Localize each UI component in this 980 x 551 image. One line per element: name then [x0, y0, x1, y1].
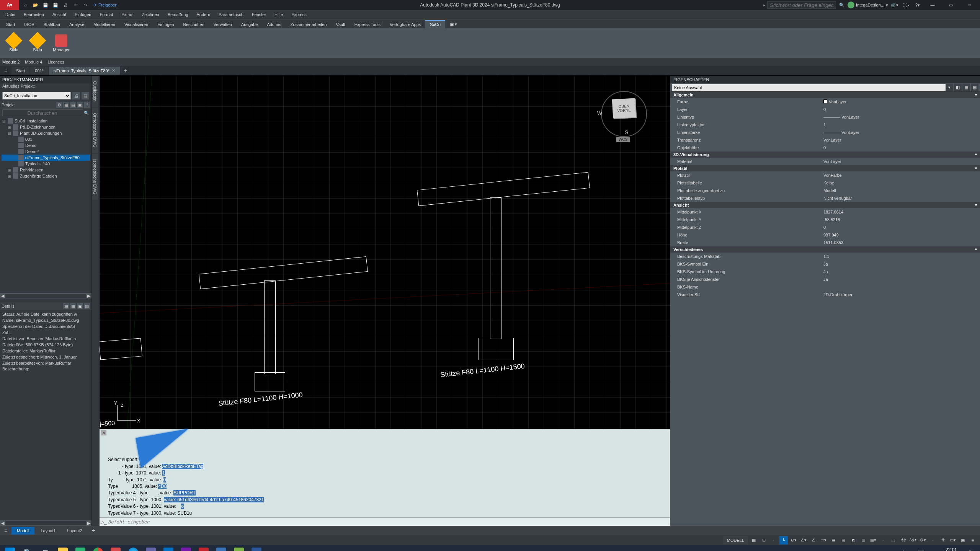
- prop-row[interactable]: BKS-Symbol im UrsprungJa: [670, 268, 980, 276]
- help-icon[interactable]: ?▾: [913, 3, 923, 8]
- minimize-button[interactable]: —: [924, 0, 941, 10]
- ribbon-tab[interactable]: Verfügbare Apps: [385, 21, 425, 28]
- prop-value[interactable]: ———— VonLayer: [823, 130, 980, 135]
- project-print-icon[interactable]: 🖨: [72, 92, 80, 99]
- prop-value[interactable]: 1:1: [823, 254, 980, 259]
- prop-row[interactable]: Beschriftungs-Maßstab1:1: [670, 253, 980, 260]
- scroll-left-icon[interactable]: ◀: [0, 293, 5, 298]
- scroll-track[interactable]: [5, 521, 86, 525]
- ribbon-tab[interactable]: Einfügen: [153, 21, 178, 28]
- new-layout-button[interactable]: +: [88, 527, 98, 534]
- status-grid-icon[interactable]: ▦: [750, 536, 758, 544]
- prop-row[interactable]: MaterialVonLayer: [670, 158, 980, 165]
- status-ortho-icon[interactable]: └: [779, 536, 788, 544]
- taskbar-app-2[interactable]: [107, 546, 124, 551]
- menu-item[interactable]: Format: [96, 11, 117, 18]
- selection-combo[interactable]: Keine Auswahl: [672, 84, 946, 91]
- prop-row[interactable]: BKS-Name: [670, 283, 980, 291]
- prop-row[interactable]: BKS je AnsichtsfensterJa: [670, 276, 980, 283]
- prop-category[interactable]: Plotstil▾: [670, 165, 980, 171]
- tray-chevron-icon[interactable]: ˄: [895, 546, 912, 551]
- search-input[interactable]: [767, 1, 836, 9]
- taskbar-autocad[interactable]: [195, 546, 212, 551]
- prop-row[interactable]: PlottabellentypNicht verfügbar: [670, 194, 980, 202]
- menu-item[interactable]: Datei: [2, 11, 19, 18]
- project-search-input[interactable]: [2, 109, 82, 116]
- qat-open-icon[interactable]: 📂: [31, 1, 40, 9]
- drawing-canvas[interactable]: Stütze F80 L=1100 H=1000 Stütze F80 L=11…: [100, 76, 670, 429]
- command-input[interactable]: [108, 519, 670, 525]
- prop-value[interactable]: 2D-Drahtkörper: [823, 292, 980, 297]
- ribbon-tab[interactable]: Analyse: [65, 21, 89, 28]
- status-snap-icon[interactable]: ⊞: [760, 536, 768, 544]
- ribbon-tab[interactable]: Add-ins: [262, 21, 286, 28]
- prop-category[interactable]: Ansicht▾: [670, 202, 980, 208]
- prop-value[interactable]: VonFarbe: [823, 173, 980, 178]
- menu-item[interactable]: Parametrisch: [215, 11, 247, 18]
- collapse-icon[interactable]: ▾: [975, 152, 977, 157]
- prop-value[interactable]: Keine: [823, 181, 980, 185]
- ribbon-tab[interactable]: Visualisieren: [120, 21, 153, 28]
- prop-value[interactable]: VonLayer: [823, 99, 980, 104]
- project-tool-icon[interactable]: ▤: [82, 92, 89, 99]
- status-lw-icon[interactable]: ▤: [839, 536, 848, 544]
- taskbar-edge[interactable]: [125, 546, 142, 551]
- tray-lang[interactable]: ⌨: [913, 546, 929, 551]
- ribbon-big-button[interactable]: Manager: [50, 30, 73, 57]
- tree-twisty-icon[interactable]: ⊞: [7, 174, 11, 178]
- tree-node[interactable]: Demo2: [2, 148, 90, 155]
- status-6-icon[interactable]: ▦▾: [869, 536, 877, 544]
- qat-new-icon[interactable]: ▱: [21, 1, 30, 9]
- vertical-tab[interactable]: Isometrische DWG: [92, 154, 98, 200]
- tree-twisty-icon[interactable]: ⊞: [7, 168, 11, 172]
- taskbar-app-5[interactable]: [230, 546, 247, 551]
- prop-row[interactable]: Linientyp———— VonLayer: [670, 113, 980, 121]
- taskbar-onenote[interactable]: [178, 546, 194, 551]
- prop-category[interactable]: 3D-Visualisierung▾: [670, 152, 980, 158]
- menu-item[interactable]: Bemaßung: [164, 11, 192, 18]
- prop-value[interactable]: VonLayer: [823, 159, 980, 164]
- prop-value[interactable]: 0: [823, 225, 980, 230]
- prop-tool-2-icon[interactable]: ◧: [954, 84, 962, 91]
- menu-item[interactable]: Extras: [118, 11, 137, 18]
- prop-row[interactable]: Mittelpunkt Y-58.5218: [670, 216, 980, 223]
- app-logo[interactable]: A▾: [0, 0, 19, 10]
- collapse-icon[interactable]: ▾: [975, 247, 977, 252]
- tree-node[interactable]: ⊟Plant 3D-Zeichnungen: [2, 130, 90, 136]
- prop-row[interactable]: Mittelpunkt X1827.6614: [670, 208, 980, 216]
- status-gear-icon[interactable]: ⚙▾: [919, 536, 927, 544]
- notification-icon[interactable]: 💬: [962, 546, 978, 551]
- det-tool-4-icon[interactable]: ▥: [84, 303, 90, 309]
- tree-twisty-icon[interactable]: ⊞: [7, 125, 11, 129]
- menu-item[interactable]: Einfügen: [71, 11, 95, 18]
- prop-row[interactable]: Höhe997.949: [670, 231, 980, 239]
- menu-item[interactable]: Hilfe: [271, 11, 287, 18]
- scroll-right-icon[interactable]: ▶: [86, 521, 91, 526]
- start-button[interactable]: [2, 546, 18, 551]
- prop-value[interactable]: 0: [823, 107, 980, 112]
- menu-item[interactable]: Bearbeiten: [20, 11, 48, 18]
- prop-tool-4-icon[interactable]: ▤: [971, 84, 978, 91]
- prop-row[interactable]: Linienstärke———— VonLayer: [670, 129, 980, 136]
- ribbon-tab[interactable]: Ausgabe: [237, 21, 262, 28]
- menu-item[interactable]: Express: [287, 11, 310, 18]
- menu-item[interactable]: Zeichnen: [138, 11, 163, 18]
- status-scale-icon[interactable]: ⅍: [899, 536, 907, 544]
- ribbon-tab[interactable]: Zusammenarbeiten: [286, 21, 332, 28]
- ribbon-tab[interactable]: Stahlbau: [39, 21, 65, 28]
- prop-value[interactable]: 0: [823, 145, 980, 150]
- prop-category[interactable]: Verschiedenes▾: [670, 246, 980, 253]
- status-clean-icon[interactable]: ▭▾: [949, 536, 957, 544]
- prop-row[interactable]: FarbeVonLayer: [670, 98, 980, 106]
- prop-value[interactable]: Nicht verfügbar: [823, 196, 980, 201]
- det-tool-1-icon[interactable]: ▤: [63, 303, 69, 309]
- taskbar-clock[interactable]: 22:01 01.01.2025: [930, 547, 961, 551]
- ribbon-tab[interactable]: SuCri: [425, 20, 445, 28]
- ribbon-tab[interactable]: ISOS: [20, 21, 39, 28]
- taskbar-search-icon[interactable]: 🔍: [19, 546, 36, 551]
- document-tab[interactable]: siFramo_Typicals_StützeF80*✕: [49, 67, 120, 75]
- prop-value[interactable]: -58.5218: [823, 217, 980, 222]
- status-ascale-icon[interactable]: ⅍▾: [909, 536, 917, 544]
- search-icon[interactable]: 🔍: [838, 3, 846, 8]
- menu-item[interactable]: Ändern: [193, 11, 214, 18]
